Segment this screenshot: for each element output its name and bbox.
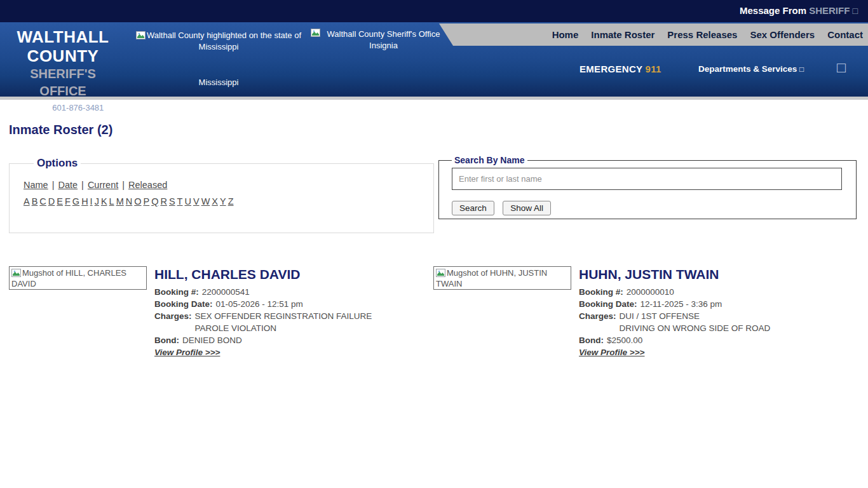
nav-item-contact[interactable]: Contact bbox=[827, 29, 863, 40]
letter-link-p[interactable]: P bbox=[144, 196, 150, 207]
letter-link-k[interactable]: K bbox=[101, 196, 107, 207]
charges-row: Charges: SEX OFFENDER REGINSTRATION FAIL… bbox=[154, 310, 372, 334]
letter-link-g[interactable]: G bbox=[72, 196, 79, 207]
insignia-alt-text: Walthall County Sheriff's Office Insigni… bbox=[324, 29, 443, 51]
booking-date-value: 01-05-2026 - 12:51 pm bbox=[216, 298, 303, 310]
state-image-broken: Mississippi bbox=[129, 77, 308, 88]
letter-link-f[interactable]: F bbox=[65, 196, 71, 207]
bond-label: Bond: bbox=[579, 334, 604, 346]
options-legend: Options bbox=[34, 157, 81, 170]
separator: | bbox=[122, 180, 125, 190]
county-map-image-broken: Walthall County highlighted on the state… bbox=[129, 30, 308, 53]
sort-by-date-link[interactable]: Date bbox=[58, 180, 78, 190]
state-alt-text: Mississippi bbox=[199, 78, 239, 87]
county-map-alt-text: Walthall County highlighted on the state… bbox=[147, 30, 301, 51]
letter-link-r[interactable]: R bbox=[160, 196, 166, 207]
phone-label: Phone: bbox=[22, 103, 50, 112]
charges-label: Charges: bbox=[579, 310, 616, 334]
charges-value: DUI / 1ST OFFENSE DRIVING ON WRONG SIDE … bbox=[620, 310, 771, 334]
inmate-name: HUHN, JUSTIN TWAIN bbox=[579, 266, 770, 282]
sheriff-label: SHERIFF bbox=[809, 5, 850, 16]
emergency-label: EMERGENCY bbox=[580, 64, 642, 74]
mugshot-image-broken: Mugshot of HUHN, JUSTIN TWAIN bbox=[433, 266, 571, 290]
charges-row: Charges: DUI / 1ST OFFENSE DRIVING ON WR… bbox=[579, 310, 770, 334]
letter-link-z[interactable]: Z bbox=[228, 196, 234, 207]
show-all-button[interactable]: Show All bbox=[503, 201, 551, 215]
letter-link-c[interactable]: C bbox=[39, 196, 46, 207]
nav-item-home[interactable]: Home bbox=[552, 29, 579, 40]
letter-link-h[interactable]: H bbox=[81, 196, 88, 207]
charge-line: SEX OFFENDER REGINSTRATION FAILURE bbox=[195, 310, 372, 322]
bond-value: $2500.00 bbox=[607, 334, 642, 346]
booking-number-label: Booking #: bbox=[154, 286, 199, 298]
emergency-911: EMERGENCY 911 bbox=[580, 64, 661, 74]
search-button[interactable]: Search bbox=[452, 201, 494, 215]
letter-link-q[interactable]: Q bbox=[151, 196, 158, 207]
booking-number-value: 2200000541 bbox=[202, 286, 250, 298]
county-name: WALTHALL COUNTY bbox=[6, 27, 119, 65]
letter-link-s[interactable]: S bbox=[169, 196, 175, 207]
letter-link-v[interactable]: V bbox=[193, 196, 200, 207]
header-divider bbox=[0, 97, 868, 100]
letter-link-d[interactable]: D bbox=[48, 196, 55, 207]
booking-date-row: Booking Date: 12-11-2025 - 3:36 pm bbox=[579, 298, 770, 310]
search-by-name-panel: Search By Name Search Show All bbox=[438, 155, 857, 219]
message-from-label: Message From bbox=[740, 5, 806, 16]
inmate-name: HILL, CHARLES DAVID bbox=[154, 266, 372, 282]
separator: | bbox=[52, 180, 55, 190]
booking-date-label: Booking Date: bbox=[579, 298, 637, 310]
letter-link-n[interactable]: N bbox=[126, 196, 132, 207]
letter-link-x[interactable]: X bbox=[212, 196, 218, 207]
letter-link-l[interactable]: L bbox=[109, 196, 114, 207]
inmate-info: HUHN, JUSTIN TWAIN Booking #: 2000000010… bbox=[579, 266, 770, 358]
charge-line: DUI / 1ST OFFENSE bbox=[620, 310, 771, 322]
booking-date-label: Booking Date: bbox=[154, 298, 213, 310]
sort-by-name-link[interactable]: Name bbox=[24, 180, 48, 190]
view-profile-link[interactable]: View Profile >>> bbox=[154, 348, 220, 357]
letter-link-w[interactable]: W bbox=[201, 196, 210, 207]
view-profile-link[interactable]: View Profile >>> bbox=[579, 348, 644, 357]
letter-link-y[interactable]: Y bbox=[220, 196, 226, 207]
booking-number-label: Booking #: bbox=[579, 286, 623, 298]
letter-link-m[interactable]: M bbox=[116, 196, 124, 207]
inmate-card: Mugshot of HUHN, JUSTIN TWAIN HUHN, JUST… bbox=[433, 266, 858, 358]
letter-link-u[interactable]: U bbox=[184, 196, 191, 207]
filter-released-link[interactable]: Released bbox=[128, 180, 167, 190]
options-panel: Options Name|Date|Current|Released ABCDE… bbox=[9, 157, 434, 233]
office-name: SHERIFF'S OFFICE bbox=[6, 65, 119, 100]
departments-services-menu[interactable]: Departments & Services □ bbox=[698, 64, 804, 74]
charge-line: PAROLE VIOLATION bbox=[195, 322, 372, 334]
inmate-card: Mugshot of HILL, CHARLES DAVID HILL, CHA… bbox=[9, 266, 433, 358]
filter-current-link[interactable]: Current bbox=[88, 180, 118, 190]
charge-line: DRIVING ON WRONG SIDE OF ROAD bbox=[620, 322, 771, 334]
top-bar: Message From SHERIFF □ bbox=[0, 0, 868, 22]
broken-image-icon bbox=[136, 31, 146, 39]
charges-value: SEX OFFENDER REGINSTRATION FAILURE PAROL… bbox=[195, 310, 372, 334]
search-buttons: Search Show All bbox=[452, 201, 856, 215]
nav-item-press-releases[interactable]: Press Releases bbox=[667, 29, 737, 40]
message-from-sheriff-link[interactable]: Message From SHERIFF □ bbox=[740, 5, 858, 16]
bond-label: Bond: bbox=[154, 334, 179, 346]
nav-item-sex-offenders[interactable]: Sex Offenders bbox=[750, 29, 815, 40]
emergency-number: 911 bbox=[646, 64, 661, 74]
letter-link-a[interactable]: A bbox=[24, 196, 30, 207]
phone-number: 601-876-3481 bbox=[52, 103, 104, 112]
search-icon[interactable]: □ bbox=[837, 60, 846, 75]
walthall-sheriff-page: Message From SHERIFF □ WALTHALL COUNTY S… bbox=[0, 0, 868, 488]
letter-link-i[interactable]: I bbox=[90, 196, 93, 207]
name-search-input[interactable] bbox=[452, 168, 842, 190]
header-banner: WALTHALL COUNTY SHERIFF'S OFFICE Phone: … bbox=[0, 22, 868, 97]
phone-line: Phone: 601-876-3481 bbox=[6, 103, 119, 112]
nav-item-inmate-roster[interactable]: Inmate Roster bbox=[591, 29, 654, 40]
letter-link-t[interactable]: T bbox=[177, 196, 183, 207]
inmate-info: HILL, CHARLES DAVID Booking #: 220000054… bbox=[154, 266, 372, 358]
letter-link-b[interactable]: B bbox=[32, 196, 38, 207]
letter-link-o[interactable]: O bbox=[134, 196, 141, 207]
mugshot-alt-text: Mugshot of HUHN, JUSTIN TWAIN bbox=[436, 268, 547, 288]
letter-link-j[interactable]: J bbox=[95, 196, 99, 207]
mugshot-alt-text: Mugshot of HILL, CHARLES DAVID bbox=[11, 268, 126, 288]
letter-link-e[interactable]: E bbox=[57, 196, 63, 207]
search-legend: Search By Name bbox=[452, 155, 527, 165]
sheriff-badge-icon: □ bbox=[853, 6, 858, 16]
main-navigation: Home Inmate Roster Press Releases Sex Of… bbox=[410, 24, 868, 46]
